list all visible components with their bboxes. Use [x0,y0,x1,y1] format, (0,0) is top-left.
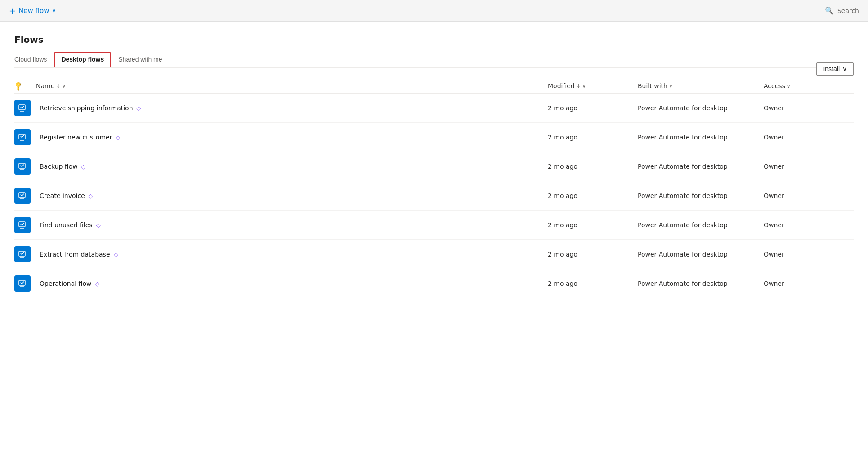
header-modified-col[interactable]: Modified ↓ ∨ [548,82,638,90]
table-row[interactable]: Create invoice ◇ 2 mo ago Power Automate… [14,181,854,211]
flow-modified-cell: 2 mo ago [548,251,638,258]
flow-name-text: Extract from database [40,251,110,258]
flow-name-cell: Backup flow ◇ [36,163,548,170]
flow-access-cell: Owner [764,104,854,112]
flows-table: 🔑 Name ↓ ∨ Modified ↓ ∨ Built with ∨ Acc… [14,79,854,298]
flow-built-with-cell: Power Automate for desktop [638,104,764,112]
premium-icon: ◇ [95,280,99,287]
premium-icon: ◇ [116,134,120,141]
flow-modified-cell: 2 mo ago [548,163,638,170]
install-chevron-icon: ∨ [842,65,847,72]
svg-rect-3 [19,134,25,139]
search-button[interactable]: 🔍 Search [825,6,859,15]
table-header: 🔑 Name ↓ ∨ Modified ↓ ∨ Built with ∨ Acc… [14,79,854,94]
built-with-col-label: Built with [638,82,667,90]
flow-modified-cell: 2 mo ago [548,192,638,199]
access-col-label: Access [764,82,785,90]
table-row[interactable]: Retrieve shipping information ◇ 2 mo ago… [14,94,854,123]
flow-modified-cell: 2 mo ago [548,134,638,141]
new-flow-button[interactable]: + New flow ∨ [9,6,56,15]
flow-access-cell: Owner [764,192,854,199]
flow-name-cell: Create invoice ◇ [36,192,548,199]
tab-cloud-flows[interactable]: Cloud flows [14,52,54,68]
new-flow-chevron-icon: ∨ [52,8,56,14]
flow-name-text: Find unused files [40,221,93,229]
table-row[interactable]: Find unused files ◇ 2 mo ago Power Autom… [14,211,854,240]
flow-name-cell: Register new customer ◇ [36,134,548,141]
flow-icon [14,217,31,233]
name-col-label: Name [36,82,54,90]
flow-access-cell: Owner [764,163,854,170]
flow-icon [14,129,31,145]
flow-icon [14,188,31,204]
flow-name-text: Register new customer [40,134,112,141]
flow-modified-cell: 2 mo ago [548,280,638,287]
flow-name-cell: Extract from database ◇ [36,251,548,258]
flow-icon [14,158,31,175]
flow-name-text: Backup flow [40,163,78,170]
install-button[interactable]: Install ∨ [816,62,854,76]
flow-name-cell: Operational flow ◇ [36,280,548,287]
flow-built-with-cell: Power Automate for desktop [638,163,764,170]
svg-rect-18 [19,280,25,285]
flow-icon [14,246,31,262]
modified-col-label: Modified [548,82,575,90]
flow-icon-cell [14,246,36,262]
svg-rect-0 [19,105,25,110]
flow-icon-cell [14,129,36,145]
table-row[interactable]: Backup flow ◇ 2 mo ago Power Automate fo… [14,152,854,181]
premium-icon: ◇ [114,251,118,258]
access-chevron-icon: ∨ [787,84,790,89]
flow-icon-cell [14,158,36,175]
name-chevron-icon: ∨ [63,84,66,89]
search-icon: 🔍 [825,6,834,15]
main-content: Flows Install ∨ Cloud flows Desktop flow… [0,22,868,450]
flow-icon-cell [14,188,36,204]
flow-name-text: Retrieve shipping information [40,104,133,112]
table-row[interactable]: Operational flow ◇ 2 mo ago Power Automa… [14,269,854,298]
flow-access-cell: Owner [764,280,854,287]
tabs-bar: Cloud flows Desktop flows Shared with me [14,52,854,68]
flow-name-text: Operational flow [40,280,91,287]
svg-rect-9 [19,193,25,198]
cloud-flows-tab-label: Cloud flows [14,56,47,63]
built-with-chevron-icon: ∨ [669,84,672,89]
flow-access-cell: Owner [764,134,854,141]
flow-access-cell: Owner [764,221,854,229]
flow-icon-cell [14,275,36,292]
flow-icon-cell [14,217,36,233]
svg-rect-12 [19,222,25,227]
flow-access-cell: Owner [764,251,854,258]
desktop-flows-tab-label: Desktop flows [61,56,104,63]
table-body: Retrieve shipping information ◇ 2 mo ago… [14,94,854,298]
table-row[interactable]: Extract from database ◇ 2 mo ago Power A… [14,240,854,269]
header-name-col[interactable]: Name ↓ ∨ [36,82,548,90]
flow-modified-cell: 2 mo ago [548,104,638,112]
flow-icon [14,275,31,292]
topbar: + New flow ∨ 🔍 Search [0,0,868,22]
header-access-col[interactable]: Access ∨ [764,82,854,90]
tab-desktop-flows[interactable]: Desktop flows [54,52,111,68]
flow-modified-cell: 2 mo ago [548,221,638,229]
plus-icon: + [9,6,16,15]
shared-with-me-tab-label: Shared with me [118,56,162,63]
flow-icon-cell [14,100,36,116]
flow-built-with-cell: Power Automate for desktop [638,251,764,258]
flow-built-with-cell: Power Automate for desktop [638,192,764,199]
new-flow-label: New flow [18,7,49,15]
search-label: Search [837,7,859,14]
flow-name-cell: Retrieve shipping information ◇ [36,104,548,112]
modified-chevron-icon: ∨ [582,84,586,89]
premium-icon: ◇ [96,222,101,229]
flow-built-with-cell: Power Automate for desktop [638,221,764,229]
flow-built-with-cell: Power Automate for desktop [638,280,764,287]
modified-sort-icon: ↓ [577,83,581,89]
tab-shared-with-me[interactable]: Shared with me [111,52,169,68]
premium-icon: ◇ [89,193,93,199]
premium-icon: ◇ [81,163,86,170]
table-row[interactable]: Register new customer ◇ 2 mo ago Power A… [14,123,854,152]
key-icon: 🔑 [13,81,23,91]
header-built-with-col[interactable]: Built with ∨ [638,82,764,90]
page-title: Flows [14,34,854,45]
premium-icon: ◇ [137,105,141,112]
